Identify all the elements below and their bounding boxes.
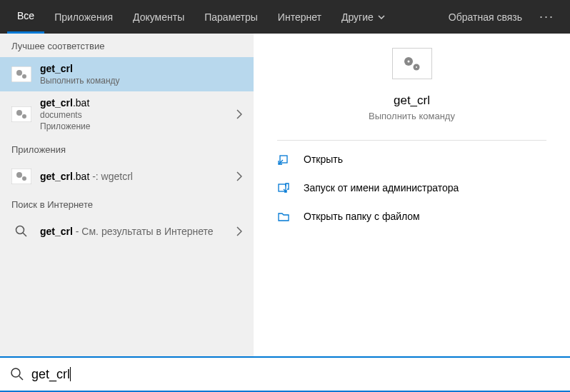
- chevron-right-icon[interactable]: [236, 109, 242, 119]
- tab-parameters[interactable]: Параметры: [194, 0, 268, 34]
- result-web-search[interactable]: get_crl - См. результаты в Интернете: [0, 216, 254, 247]
- tab-documents[interactable]: Документы: [123, 0, 194, 34]
- svg-point-2: [22, 74, 26, 79]
- action-label: Открыть: [304, 154, 343, 165]
- svg-point-9: [16, 226, 24, 234]
- admin-icon: [276, 181, 291, 195]
- gears-icon: [11, 66, 31, 82]
- svg-point-7: [16, 172, 22, 178]
- svg-point-1: [16, 70, 22, 76]
- result-text: get_crl Выполнить команду: [40, 63, 242, 86]
- search-window: Все Приложения Документы Параметры Интер…: [0, 0, 570, 392]
- results-list: Лучшее соответствие get_crl Выполнить ко…: [0, 34, 254, 358]
- section-internet: Поиск в Интернете: [0, 192, 254, 216]
- svg-line-10: [23, 233, 26, 236]
- result-text: get_crl.bat documents Приложение: [40, 97, 236, 131]
- tab-all[interactable]: Все: [7, 0, 44, 34]
- results-body: Лучшее соответствие get_crl Выполнить ко…: [0, 34, 570, 358]
- gears-icon: [11, 169, 31, 184]
- result-text: get_crl - См. результаты в Интернете: [40, 226, 236, 237]
- result-best-match[interactable]: get_crl Выполнить команду: [0, 57, 254, 91]
- result-text: get_crl.bat -: wgetcrl: [40, 171, 236, 182]
- text-cursor: [70, 367, 71, 381]
- result-title: get_crl: [40, 226, 73, 237]
- tab-internet[interactable]: Интернет: [268, 0, 331, 34]
- more-menu-icon[interactable]: ···: [531, 9, 563, 24]
- action-open[interactable]: Открыть: [274, 145, 550, 174]
- chevron-down-icon: [378, 15, 385, 19]
- svg-point-4: [16, 110, 22, 116]
- actions-list: Открыть Запуск от имени администратора О…: [254, 145, 570, 231]
- action-label: Запуск от имени администратора: [304, 182, 459, 194]
- preview-subtitle: Выполнить команду: [369, 111, 455, 121]
- preview-title: get_crl: [394, 94, 430, 108]
- separator: [277, 140, 546, 141]
- tab-apps[interactable]: Приложения: [44, 0, 123, 34]
- result-title: get_crl: [40, 63, 73, 74]
- open-icon: [276, 152, 291, 166]
- gears-icon: [392, 48, 432, 79]
- result-title-ext: .bat: [73, 171, 89, 182]
- folder-icon: [276, 209, 291, 223]
- result-subtitle: documents: [40, 110, 236, 120]
- action-run-admin[interactable]: Запуск от имени администратора: [274, 174, 550, 202]
- result-subtitle: Выполнить команду: [40, 76, 242, 86]
- svg-point-5: [22, 114, 26, 119]
- header-bar: Все Приложения Документы Параметры Интер…: [0, 0, 570, 34]
- svg-line-18: [19, 376, 23, 380]
- action-open-folder[interactable]: Открыть папку с файлом: [274, 202, 550, 231]
- tab-other-label: Другие: [341, 11, 374, 23]
- result-title-pre: get_crl: [40, 171, 73, 182]
- search-bar[interactable]: get_crl: [0, 356, 570, 391]
- svg-point-13: [407, 61, 409, 63]
- section-best-match: Лучшее соответствие: [0, 34, 254, 57]
- section-apps: Приложения: [0, 137, 254, 161]
- header-tabs: Все Приложения Документы Параметры Интер…: [7, 0, 440, 34]
- search-icon: [10, 367, 24, 381]
- tab-other[interactable]: Другие: [331, 0, 395, 34]
- feedback-link[interactable]: Обратная связь: [440, 11, 531, 23]
- result-app-bat[interactable]: get_crl.bat -: wgetcrl: [0, 161, 254, 192]
- result-title-pre: get_crl: [40, 97, 73, 109]
- svg-point-14: [416, 66, 417, 68]
- chevron-right-icon[interactable]: [236, 226, 242, 236]
- preview-panel: get_crl Выполнить команду Открыть Запуск…: [254, 34, 570, 358]
- result-file-bat[interactable]: get_crl.bat documents Приложение: [0, 91, 254, 137]
- search-text: get_crl: [31, 367, 70, 381]
- result-after: -: wgetcrl: [89, 171, 133, 182]
- svg-point-8: [22, 176, 26, 181]
- result-title-ext: .bat: [73, 97, 89, 109]
- search-input[interactable]: get_crl: [31, 367, 560, 382]
- chevron-right-icon[interactable]: [236, 171, 242, 181]
- search-icon: [11, 223, 31, 239]
- gears-icon: [11, 106, 31, 122]
- svg-point-17: [11, 368, 20, 377]
- result-subtitle2: Приложение: [40, 121, 236, 131]
- result-after: - См. результаты в Интернете: [73, 226, 214, 237]
- action-label: Открыть папку с файлом: [304, 211, 420, 222]
